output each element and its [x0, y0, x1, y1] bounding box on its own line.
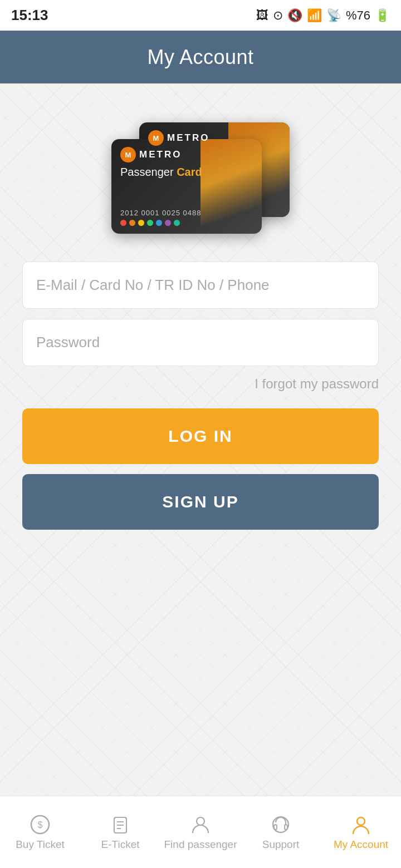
- card-logo-back: M METRO: [148, 130, 281, 146]
- nav-label-support: Support: [262, 839, 300, 851]
- dot-purple: [165, 220, 171, 226]
- find-passenger-icon: [190, 814, 211, 835]
- nav-item-find-passenger[interactable]: Find passenger: [160, 814, 241, 851]
- dot-orange: [129, 220, 135, 226]
- battery-icon: 🔋: [375, 8, 390, 23]
- nav-item-buy-ticket[interactable]: $ Buy Ticket: [0, 814, 80, 851]
- dot-teal: [174, 220, 180, 226]
- card-logo-front: M METRO: [120, 147, 253, 162]
- nav-label-find-passenger: Find passenger: [164, 839, 237, 851]
- nav-item-e-ticket[interactable]: E-Ticket: [80, 814, 160, 851]
- nav-label-e-ticket: E-Ticket: [101, 839, 140, 851]
- bottom-nav: $ Buy Ticket E-Ticket Find passenger Sup…: [0, 796, 401, 868]
- card-product-highlight: Card: [177, 166, 202, 178]
- login-button[interactable]: LOG IN: [22, 408, 379, 464]
- status-icons: 🖼 ⊙ 🔇 📶 📡 %76 🔋: [256, 8, 390, 23]
- circle-icon: ⊙: [273, 8, 283, 23]
- forgot-password-link[interactable]: I forgot my password: [22, 376, 379, 392]
- nav-item-support[interactable]: Support: [241, 814, 321, 851]
- e-ticket-icon: [110, 814, 131, 835]
- login-form: I forgot my password LOG IN SIGN UP: [22, 262, 379, 530]
- password-field[interactable]: [22, 319, 379, 366]
- wifi-icon: 📶: [307, 8, 322, 23]
- photo-icon: 🖼: [256, 8, 268, 23]
- my-account-icon: [350, 814, 371, 835]
- support-icon: [270, 814, 291, 835]
- email-field[interactable]: [22, 262, 379, 309]
- mute-icon: 🔇: [287, 8, 302, 23]
- metro-card-container: M METRO M METRO Passenger Card 2012 0001…: [111, 106, 290, 239]
- signal-icon: 📡: [326, 8, 341, 23]
- status-bar: 15:13 🖼 ⊙ 🔇 📶 📡 %76 🔋: [0, 0, 401, 31]
- svg-point-10: [357, 817, 365, 825]
- card-number: 2012 0001 0025 0488: [120, 209, 253, 217]
- card-product-name: Passenger Card: [120, 166, 253, 179]
- svg-point-6: [197, 817, 204, 825]
- nav-item-my-account[interactable]: My Account: [321, 814, 401, 851]
- card-logo-circle-front: M: [120, 147, 136, 162]
- nav-label-my-account: My Account: [334, 839, 388, 851]
- svg-text:$: $: [38, 820, 43, 830]
- buy-ticket-icon: $: [30, 814, 51, 835]
- main-content: M METRO M METRO Passenger Card 2012 0001…: [0, 83, 401, 796]
- card-logo-circle-back: M: [148, 130, 164, 146]
- svg-rect-9: [285, 825, 287, 830]
- status-time: 15:13: [11, 7, 48, 24]
- card-brand-back: METRO: [167, 132, 209, 144]
- page-title: My Account: [147, 46, 253, 69]
- svg-rect-8: [274, 825, 277, 830]
- battery-text: %76: [346, 8, 370, 23]
- dot-yellow: [138, 220, 144, 226]
- header: My Account: [0, 31, 401, 83]
- metro-card-front: M METRO Passenger Card 2012 0001 0025 04…: [111, 139, 262, 234]
- card-dots: [120, 220, 253, 226]
- dot-green: [147, 220, 153, 226]
- dot-blue: [156, 220, 162, 226]
- card-brand-front: METRO: [139, 149, 182, 160]
- signup-button[interactable]: SIGN UP: [22, 474, 379, 530]
- dot-red: [120, 220, 126, 226]
- nav-label-buy-ticket: Buy Ticket: [16, 839, 65, 851]
